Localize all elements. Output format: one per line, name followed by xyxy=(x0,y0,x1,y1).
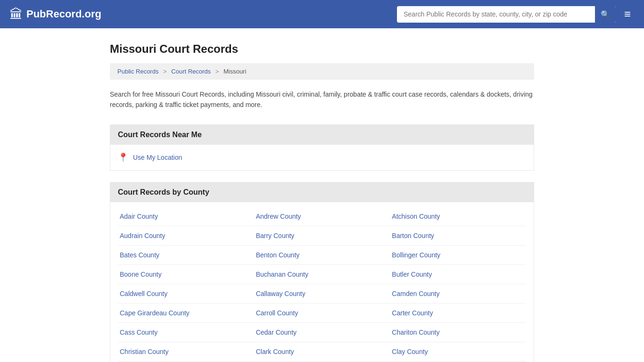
list-item: Butler County xyxy=(390,265,526,284)
list-item: Camden County xyxy=(390,284,526,304)
county-link[interactable]: Buchanan County xyxy=(256,271,308,278)
breadcrumb-public-records[interactable]: Public Records xyxy=(117,68,158,75)
list-item: Benton County xyxy=(254,246,390,265)
search-bar: 🔍 xyxy=(397,6,616,23)
county-link[interactable]: Boone County xyxy=(120,271,162,278)
county-link[interactable]: Cape Girardeau County xyxy=(120,309,190,317)
list-item: Bates County xyxy=(118,246,254,265)
list-item: Buchanan County xyxy=(254,265,390,284)
use-location-link[interactable]: Use My Location xyxy=(133,154,182,161)
county-link[interactable]: Atchison County xyxy=(392,213,440,220)
list-item: Caldwell County xyxy=(118,284,254,304)
breadcrumb: Public Records > Court Records > Missour… xyxy=(110,63,534,80)
list-item: Boone County xyxy=(118,265,254,284)
header: 🏛 PubRecord.org 🔍 ≡ xyxy=(0,0,644,28)
page-title: Missouri Court Records xyxy=(110,42,534,56)
county-link[interactable]: Camden County xyxy=(392,290,439,297)
list-item: Chariton County xyxy=(390,323,526,342)
breadcrumb-current: Missouri xyxy=(223,68,246,75)
list-item: Callaway County xyxy=(254,284,390,304)
near-me-header: Court Records Near Me xyxy=(110,125,534,145)
list-item: Cass County xyxy=(118,323,254,342)
breadcrumb-sep-2: > xyxy=(215,68,219,75)
list-item: Barry County xyxy=(254,226,390,246)
county-section: Court Records by County Adair CountyAndr… xyxy=(110,182,534,362)
search-button[interactable]: 🔍 xyxy=(595,6,616,23)
list-item: Cedar County xyxy=(254,323,390,342)
menu-button[interactable]: ≡ xyxy=(620,7,635,22)
list-item: Audrain County xyxy=(118,226,254,246)
county-link[interactable]: Benton County xyxy=(256,251,300,259)
near-me-section: Court Records Near Me 📍 Use My Location xyxy=(110,124,534,171)
logo[interactable]: 🏛 PubRecord.org xyxy=(9,7,101,22)
list-item: Cape Girardeau County xyxy=(118,304,254,323)
county-link[interactable]: Butler County xyxy=(392,271,432,278)
list-item: Clay County xyxy=(390,342,526,362)
list-item: Barton County xyxy=(390,226,526,246)
main-content: Missouri Court Records Public Records > … xyxy=(100,42,544,362)
county-link[interactable]: Cedar County xyxy=(256,329,297,336)
list-item: Christian County xyxy=(118,342,254,362)
county-grid: Adair CountyAndrew CountyAtchison County… xyxy=(110,202,534,362)
search-input[interactable] xyxy=(397,7,595,22)
county-link[interactable]: Andrew County xyxy=(256,213,301,220)
county-link[interactable]: Carroll County xyxy=(256,309,298,317)
county-link[interactable]: Audrain County xyxy=(120,232,165,239)
county-link[interactable]: Christian County xyxy=(120,348,169,355)
breadcrumb-sep-1: > xyxy=(163,68,167,75)
menu-icon: ≡ xyxy=(624,8,631,20)
county-section-header: Court Records by County xyxy=(110,182,534,202)
county-link[interactable]: Adair County xyxy=(120,213,158,220)
county-link[interactable]: Cass County xyxy=(120,329,157,336)
logo-icon: 🏛 xyxy=(9,7,23,22)
county-link[interactable]: Caldwell County xyxy=(120,290,167,297)
list-item: Bollinger County xyxy=(390,246,526,265)
county-link[interactable]: Bates County xyxy=(120,251,159,259)
list-item: Andrew County xyxy=(254,207,390,226)
location-icon: 📍 xyxy=(118,152,128,163)
page-description: Search for free Missouri Court Records, … xyxy=(110,89,534,110)
county-link[interactable]: Chariton County xyxy=(392,329,439,336)
breadcrumb-court-records[interactable]: Court Records xyxy=(171,68,211,75)
list-item: Clark County xyxy=(254,342,390,362)
list-item: Adair County xyxy=(118,207,254,226)
county-link[interactable]: Bollinger County xyxy=(392,251,440,259)
search-icon: 🔍 xyxy=(601,10,610,18)
list-item: Carter County xyxy=(390,304,526,323)
county-link[interactable]: Clark County xyxy=(256,348,294,355)
county-link[interactable]: Barton County xyxy=(392,232,434,239)
county-link[interactable]: Callaway County xyxy=(256,290,305,297)
list-item: Carroll County xyxy=(254,304,390,323)
near-me-body: 📍 Use My Location xyxy=(110,145,534,170)
county-link[interactable]: Carter County xyxy=(392,309,433,317)
county-link[interactable]: Clay County xyxy=(392,348,428,355)
list-item: Atchison County xyxy=(390,207,526,226)
header-right: 🔍 ≡ xyxy=(397,6,635,23)
logo-text: PubRecord.org xyxy=(26,8,101,20)
county-link[interactable]: Barry County xyxy=(256,232,295,239)
